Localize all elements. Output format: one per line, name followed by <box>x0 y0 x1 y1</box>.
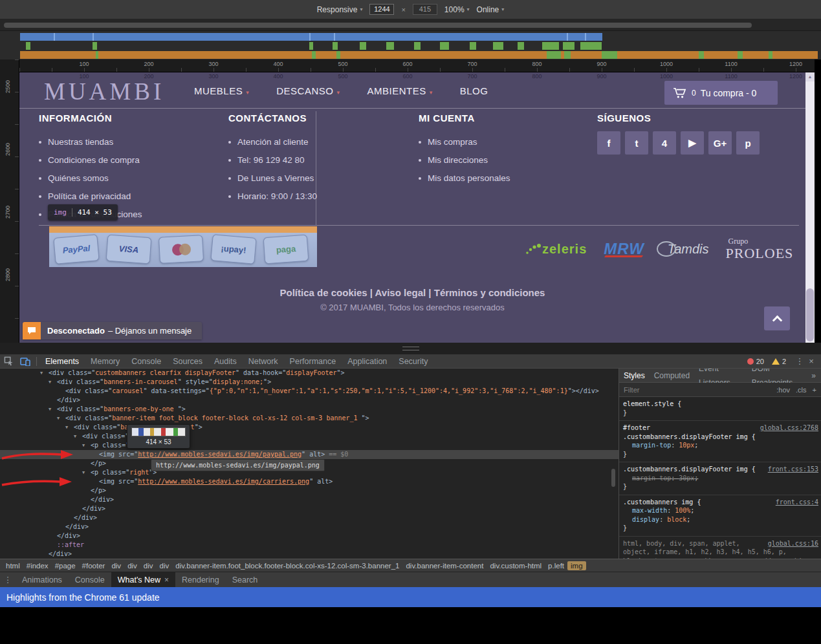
devtools-splitter[interactable] <box>0 343 821 354</box>
pseudo-state-toggle[interactable]: :hov <box>776 386 790 394</box>
mq-range-segment[interactable] <box>386 42 394 50</box>
breadcrumb-item[interactable]: div.custom-html <box>487 561 545 570</box>
sidebar-tab-computed[interactable]: Computed <box>650 369 694 383</box>
twisty-icon[interactable]: ▼ <box>82 468 91 477</box>
dom-tree-row[interactable]: <img src="http://www.mobles-sedavi.es/im… <box>0 477 618 486</box>
viewport-width-input[interactable]: 1244 <box>369 4 394 15</box>
new-style-rule-button[interactable]: + <box>813 386 816 394</box>
breadcrumb-item[interactable]: div.banner-item-content <box>402 561 487 570</box>
mq-min-width-bar[interactable] <box>20 51 818 59</box>
dom-tree-row[interactable]: </div> <box>0 513 618 522</box>
console-error-badge[interactable]: 20 <box>747 358 764 365</box>
mq-range-segment[interactable] <box>470 42 476 50</box>
drawer-tab-rendering[interactable]: Rendering <box>175 572 226 588</box>
mq-range-segment[interactable] <box>26 42 30 50</box>
breadcrumb-item[interactable]: div <box>124 561 140 570</box>
style-rule[interactable]: front.css:153.custombanners.displayFoote… <box>619 462 821 495</box>
sidebar-tab-styles[interactable]: Styles <box>619 369 650 383</box>
dom-tree-row[interactable]: <img src="http://www.mobles-sedavi.es/im… <box>0 450 618 459</box>
selector-text[interactable]: element.style <box>623 400 673 407</box>
dom-tree-row[interactable]: </div> <box>0 531 618 541</box>
twisty-icon[interactable]: ▼ <box>57 414 65 423</box>
twitter-icon[interactable]: t <box>625 131 648 155</box>
mq-range-segment[interactable] <box>580 42 602 50</box>
footer-link[interactable]: Condiciones de compra <box>39 155 142 165</box>
device-toolbar-toggle-icon[interactable] <box>17 354 34 369</box>
css-property[interactable]: display: block; <box>623 515 818 524</box>
dom-tree-row[interactable]: ▼<div class="banners-one-by-one "> <box>0 405 618 414</box>
breadcrumb-item[interactable]: div <box>108 561 124 570</box>
devtools-tab-sources[interactable]: Sources <box>167 354 208 369</box>
legal-links[interactable]: Política de cookies | Aviso legal | Térm… <box>19 287 805 298</box>
dom-tree-row[interactable]: </p> <box>0 486 618 495</box>
scrollbar-up-button[interactable]: ▲ <box>805 72 815 81</box>
class-toggle[interactable]: .cls <box>796 386 807 394</box>
twisty-icon[interactable]: ▼ <box>49 405 57 414</box>
css-property[interactable]: margin-top: 30px; <box>623 474 818 483</box>
dom-tree-row[interactable]: ▼<div class="custombanners clearfix disp… <box>0 369 618 378</box>
mq-range-segment[interactable] <box>333 42 338 50</box>
dom-tree-row[interactable]: ▼<p class="left"> <box>0 441 618 450</box>
nav-item-muebles[interactable]: MUEBLES▾ <box>194 85 249 96</box>
footer-link[interactable]: Quiénes somos <box>39 173 142 183</box>
breadcrumb-item[interactable]: #footer <box>79 561 109 570</box>
devtools-tab-performance[interactable]: Performance <box>284 354 342 369</box>
breadcrumb-item[interactable]: #index <box>23 561 52 570</box>
devtools-tab-memory[interactable]: Memory <box>85 354 126 369</box>
devtools-tab-audits[interactable]: Audits <box>208 354 243 369</box>
whats-new-highlight[interactable]: Highlights from the Chrome 61 update <box>0 587 821 607</box>
scroll-to-top-button[interactable] <box>764 306 790 330</box>
css-file-link[interactable]: front.css:4 <box>776 498 818 507</box>
foursquare-icon[interactable]: 4 <box>653 131 676 155</box>
nav-item-blog[interactable]: BLOG <box>460 85 488 96</box>
dom-tree-row[interactable]: ::after <box>0 541 618 550</box>
mq-range-segment[interactable] <box>360 42 366 50</box>
devtools-tab-console[interactable]: Console <box>126 354 167 369</box>
mq-range-segment[interactable] <box>414 42 421 50</box>
device-mode-select[interactable]: Responsive ▾ <box>317 5 363 14</box>
drawer-tab-what-s-new[interactable]: What's New× <box>111 572 175 588</box>
style-rule[interactable]: global.css:2768#footer .custombanners.di… <box>619 421 821 462</box>
console-warning-badge[interactable]: 2 <box>772 358 786 365</box>
style-rule[interactable]: global.css:16html, body, div, span, appl… <box>619 537 821 559</box>
devtools-tab-network[interactable]: Network <box>243 354 284 369</box>
dom-tree-row[interactable]: ▼<div class="banner-item-content"> <box>0 423 618 432</box>
horizontal-scrollbar[interactable] <box>0 19 821 31</box>
style-rule[interactable]: element.style {} <box>619 397 821 421</box>
elements-scrollbar-thumb[interactable] <box>611 469 615 487</box>
twisty-icon[interactable]: ▼ <box>74 432 82 441</box>
drawer-tab-console[interactable]: Console <box>69 572 111 588</box>
mq-max-width-bar[interactable] <box>20 33 602 41</box>
footer-link[interactable]: Mis datos personales <box>419 173 510 183</box>
inspect-element-icon[interactable] <box>0 354 17 369</box>
devtools-close-icon[interactable]: × <box>805 356 817 366</box>
selector-text[interactable]: .custombanners img <box>623 499 693 506</box>
devtools-tab-security[interactable]: Security <box>393 354 433 369</box>
facebook-icon[interactable]: f <box>597 131 620 155</box>
splitter-grip-icon[interactable] <box>402 347 419 350</box>
youtube-icon[interactable]: ▶ <box>681 131 704 155</box>
google-plus-icon[interactable]: G+ <box>708 131 732 155</box>
pinterest-icon[interactable]: p <box>736 131 760 155</box>
drawer-menu-icon[interactable]: ⋮ <box>0 575 16 585</box>
devtools-tab-application[interactable]: Application <box>342 354 393 369</box>
footer-link[interactable]: Mis compras <box>419 137 510 147</box>
footer-link[interactable]: Horario: 9:00 / 13:30 <box>228 191 317 201</box>
footer-link[interactable]: Atención al cliente <box>228 137 317 147</box>
cart-button[interactable]: 0 Tu compra - 0 <box>664 81 778 105</box>
drawer-tab-animations[interactable]: Animations <box>16 572 69 588</box>
site-logo[interactable]: MUAMBI <box>44 78 164 105</box>
twisty-icon[interactable]: ▼ <box>49 378 57 387</box>
dom-tree-row[interactable]: ▼<div class="banners-in-carousel" style=… <box>0 378 618 387</box>
twisty-icon[interactable]: ▼ <box>82 441 91 450</box>
mq-range-segment[interactable] <box>542 42 559 50</box>
devtools-tab-elements[interactable]: Elements <box>39 354 85 369</box>
twisty-icon[interactable]: ▼ <box>40 369 49 378</box>
dom-tree-row[interactable]: </div> <box>0 504 618 513</box>
css-file-link[interactable]: global.css:2768 <box>760 424 818 433</box>
breadcrumb-item[interactable]: html <box>3 561 23 570</box>
mq-range-segment[interactable] <box>518 42 524 50</box>
footer-link[interactable]: Mis direcciones <box>419 155 510 165</box>
nav-item-descanso[interactable]: DESCANSO▾ <box>276 85 340 96</box>
css-property[interactable]: max-width: 100%; <box>623 506 818 515</box>
